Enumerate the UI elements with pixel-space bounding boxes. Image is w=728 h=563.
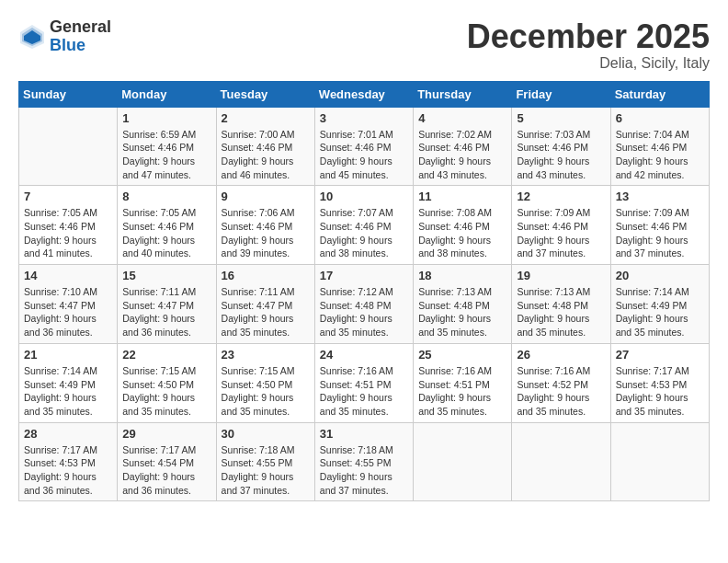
day-info: Sunrise: 7:17 AMSunset: 4:53 PMDaylight:…	[24, 443, 112, 498]
day-number: 24	[320, 348, 408, 362]
day-number: 15	[122, 269, 210, 282]
day-number: 7	[24, 190, 112, 203]
day-info: Sunrise: 7:07 AMSunset: 4:46 PMDaylight:…	[320, 206, 408, 260]
col-thursday: Thursday	[414, 81, 512, 107]
table-row: 16Sunrise: 7:11 AMSunset: 4:47 PMDayligh…	[216, 265, 314, 344]
day-info: Sunrise: 7:16 AMSunset: 4:51 PMDaylight:…	[320, 364, 408, 419]
title-block: December 2025 Delia, Sicily, Italy	[467, 18, 710, 72]
col-tuesday: Tuesday	[216, 81, 314, 107]
day-info: Sunrise: 7:09 AMSunset: 4:46 PMDaylight:…	[517, 206, 605, 260]
day-info: Sunrise: 7:17 AMSunset: 4:54 PMDaylight:…	[122, 443, 210, 498]
day-number: 20	[616, 269, 704, 282]
table-row: 9Sunrise: 7:06 AMSunset: 4:46 PMDaylight…	[216, 186, 314, 265]
calendar-week-row: 28Sunrise: 7:17 AMSunset: 4:53 PMDayligh…	[19, 422, 710, 501]
calendar-week-row: 14Sunrise: 7:10 AMSunset: 4:47 PMDayligh…	[19, 265, 710, 344]
day-info: Sunrise: 7:04 AMSunset: 4:46 PMDaylight:…	[616, 128, 704, 182]
calendar-week-row: 1Sunrise: 6:59 AMSunset: 4:46 PMDaylight…	[19, 107, 710, 186]
table-row: 29Sunrise: 7:17 AMSunset: 4:54 PMDayligh…	[118, 422, 216, 501]
logo: General Blue	[18, 18, 111, 55]
table-row	[512, 422, 610, 501]
day-number: 12	[517, 190, 605, 203]
day-number: 3	[320, 111, 408, 125]
calendar-week-row: 21Sunrise: 7:14 AMSunset: 4:49 PMDayligh…	[19, 343, 710, 422]
table-row: 2Sunrise: 7:00 AMSunset: 4:46 PMDaylight…	[216, 107, 314, 186]
day-info: Sunrise: 7:15 AMSunset: 4:50 PMDaylight:…	[122, 364, 210, 419]
table-row: 15Sunrise: 7:11 AMSunset: 4:47 PMDayligh…	[118, 265, 216, 344]
day-number: 26	[517, 348, 605, 362]
table-row: 7Sunrise: 7:05 AMSunset: 4:46 PMDaylight…	[19, 186, 118, 265]
col-wednesday: Wednesday	[314, 81, 413, 107]
day-number: 30	[222, 427, 310, 441]
table-row: 10Sunrise: 7:07 AMSunset: 4:46 PMDayligh…	[314, 186, 413, 265]
table-row: 13Sunrise: 7:09 AMSunset: 4:46 PMDayligh…	[610, 186, 709, 265]
day-info: Sunrise: 7:05 AMSunset: 4:46 PMDaylight:…	[122, 206, 210, 260]
day-info: Sunrise: 7:00 AMSunset: 4:46 PMDaylight:…	[222, 128, 310, 182]
day-number: 18	[418, 269, 506, 282]
day-number: 9	[222, 190, 310, 203]
day-info: Sunrise: 7:09 AMSunset: 4:46 PMDaylight:…	[616, 206, 704, 260]
day-number: 25	[418, 348, 506, 362]
table-row: 4Sunrise: 7:02 AMSunset: 4:46 PMDaylight…	[414, 107, 512, 186]
day-info: Sunrise: 7:02 AMSunset: 4:46 PMDaylight:…	[418, 128, 506, 182]
day-info: Sunrise: 7:17 AMSunset: 4:53 PMDaylight:…	[616, 364, 704, 419]
logo-blue: Blue	[50, 36, 85, 54]
table-row: 5Sunrise: 7:03 AMSunset: 4:46 PMDaylight…	[512, 107, 610, 186]
table-row: 28Sunrise: 7:17 AMSunset: 4:53 PMDayligh…	[19, 422, 118, 501]
table-row: 30Sunrise: 7:18 AMSunset: 4:55 PMDayligh…	[216, 422, 314, 501]
day-number: 4	[418, 111, 506, 125]
calendar-body: 1Sunrise: 6:59 AMSunset: 4:46 PMDaylight…	[19, 107, 710, 501]
table-row: 6Sunrise: 7:04 AMSunset: 4:46 PMDaylight…	[610, 107, 709, 186]
day-number: 11	[418, 190, 506, 203]
day-info: Sunrise: 7:16 AMSunset: 4:51 PMDaylight:…	[418, 364, 506, 419]
day-number: 27	[616, 348, 704, 362]
table-row: 22Sunrise: 7:15 AMSunset: 4:50 PMDayligh…	[118, 343, 216, 422]
day-info: Sunrise: 7:15 AMSunset: 4:50 PMDaylight:…	[222, 364, 310, 419]
table-row	[610, 422, 709, 501]
day-number: 17	[320, 269, 408, 282]
table-row: 24Sunrise: 7:16 AMSunset: 4:51 PMDayligh…	[314, 343, 413, 422]
col-saturday: Saturday	[610, 81, 709, 107]
day-number: 1	[122, 111, 210, 125]
day-info: Sunrise: 7:14 AMSunset: 4:49 PMDaylight:…	[616, 285, 704, 339]
table-row: 18Sunrise: 7:13 AMSunset: 4:48 PMDayligh…	[414, 265, 512, 344]
table-row: 12Sunrise: 7:09 AMSunset: 4:46 PMDayligh…	[512, 186, 610, 265]
day-info: Sunrise: 7:18 AMSunset: 4:55 PMDaylight:…	[222, 443, 310, 498]
day-info: Sunrise: 7:13 AMSunset: 4:48 PMDaylight:…	[517, 285, 605, 339]
table-row: 8Sunrise: 7:05 AMSunset: 4:46 PMDaylight…	[118, 186, 216, 265]
page-header: General Blue December 2025 Delia, Sicily…	[18, 18, 710, 72]
table-row: 31Sunrise: 7:18 AMSunset: 4:55 PMDayligh…	[314, 422, 413, 501]
day-number: 31	[320, 427, 408, 441]
month-title: December 2025	[467, 18, 710, 55]
logo-text: General Blue	[50, 18, 111, 55]
day-info: Sunrise: 7:14 AMSunset: 4:49 PMDaylight:…	[24, 364, 112, 419]
table-row: 11Sunrise: 7:08 AMSunset: 4:46 PMDayligh…	[414, 186, 512, 265]
day-info: Sunrise: 7:16 AMSunset: 4:52 PMDaylight:…	[517, 364, 605, 419]
day-number: 14	[24, 269, 112, 282]
day-number: 5	[517, 111, 605, 125]
day-info: Sunrise: 7:06 AMSunset: 4:46 PMDaylight:…	[222, 206, 310, 260]
day-number: 8	[122, 190, 210, 203]
day-info: Sunrise: 7:13 AMSunset: 4:48 PMDaylight:…	[418, 285, 506, 339]
day-number: 23	[222, 348, 310, 362]
weekday-row: Sunday Monday Tuesday Wednesday Thursday…	[19, 81, 710, 107]
table-row	[19, 107, 118, 186]
day-number: 10	[320, 190, 408, 203]
day-info: Sunrise: 7:12 AMSunset: 4:48 PMDaylight:…	[320, 285, 408, 339]
col-friday: Friday	[512, 81, 610, 107]
table-row: 1Sunrise: 6:59 AMSunset: 4:46 PMDaylight…	[118, 107, 216, 186]
table-row: 25Sunrise: 7:16 AMSunset: 4:51 PMDayligh…	[414, 343, 512, 422]
calendar-table: Sunday Monday Tuesday Wednesday Thursday…	[18, 81, 710, 502]
day-number: 16	[222, 269, 310, 282]
table-row: 14Sunrise: 7:10 AMSunset: 4:47 PMDayligh…	[19, 265, 118, 344]
day-number: 19	[517, 269, 605, 282]
day-info: Sunrise: 7:03 AMSunset: 4:46 PMDaylight:…	[517, 128, 605, 182]
calendar-header: Sunday Monday Tuesday Wednesday Thursday…	[19, 81, 710, 107]
table-row: 27Sunrise: 7:17 AMSunset: 4:53 PMDayligh…	[610, 343, 709, 422]
day-info: Sunrise: 7:11 AMSunset: 4:47 PMDaylight:…	[122, 285, 210, 339]
day-number: 28	[24, 427, 112, 441]
table-row: 17Sunrise: 7:12 AMSunset: 4:48 PMDayligh…	[314, 265, 413, 344]
day-info: Sunrise: 7:18 AMSunset: 4:55 PMDaylight:…	[320, 443, 408, 498]
logo-general: General	[50, 17, 111, 36]
col-monday: Monday	[118, 81, 216, 107]
day-info: Sunrise: 7:05 AMSunset: 4:46 PMDaylight:…	[24, 206, 112, 260]
